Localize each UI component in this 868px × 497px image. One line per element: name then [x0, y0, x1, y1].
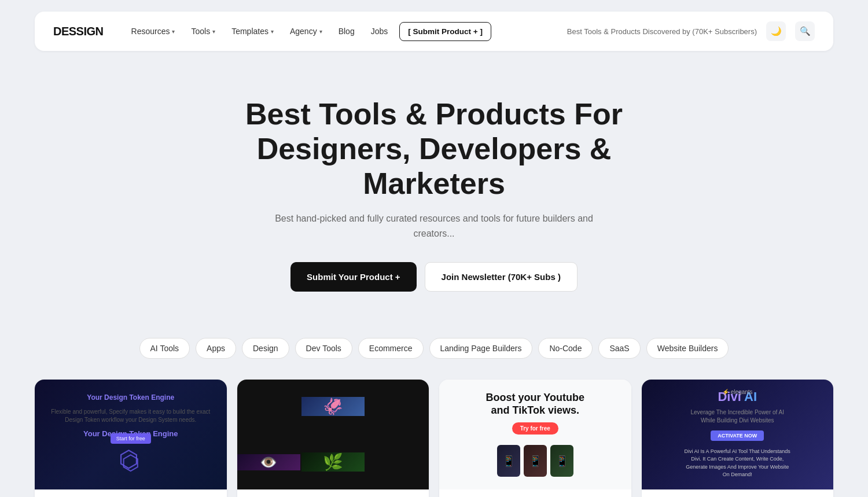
filter-saas[interactable]: SaaS — [598, 338, 640, 359]
card-divi[interactable]: ⚡ elegants Divi AI Leverage The Incredib… — [642, 380, 834, 497]
moon-icon: 🌙 — [771, 26, 782, 36]
nav-submit-product[interactable]: [ Submit Product + ] — [399, 22, 491, 41]
site-logo[interactable]: DESSIGN — [53, 25, 104, 38]
card-ideogram[interactable]: 🦑 👁️ 🌿 Ideogram AI Ideogram.ai is an AI … — [237, 380, 429, 497]
search-icon: 🔍 — [800, 26, 811, 36]
filter-ecommerce[interactable]: Ecommerce — [358, 338, 424, 359]
hero-section: Best Tools & Products For Designers, Dev… — [0, 62, 868, 338]
nav-templates[interactable]: Templates ▾ — [225, 22, 281, 41]
card-specify[interactable]: Your Design Token Engine Flexible and po… — [35, 380, 227, 497]
filter-dev-tools[interactable]: Dev Tools — [295, 338, 352, 359]
filter-tabs: AI Tools Apps Design Dev Tools Ecommerce… — [0, 338, 868, 380]
search-button[interactable]: 🔍 — [795, 21, 815, 41]
filter-landing-page-builders[interactable]: Landing Page Builders — [429, 338, 533, 359]
nav-resources[interactable]: Resources ▾ — [124, 22, 182, 41]
filter-ai-tools[interactable]: AI Tools — [139, 338, 190, 359]
dark-mode-button[interactable]: 🌙 — [766, 21, 786, 41]
submit-product-button[interactable]: Submit Your Product + — [290, 262, 417, 292]
filter-apps[interactable]: Apps — [196, 338, 236, 359]
hero-subtitle: Best hand-picked and fully curated resou… — [266, 211, 602, 241]
nav-tools[interactable]: Tools ▾ — [184, 22, 222, 41]
nav-tagline: Best Tools & Products Discovered by (70K… — [567, 27, 757, 36]
nav-right: Best Tools & Products Discovered by (70K… — [567, 21, 815, 41]
hero-title: Best Tools & Products For Designers, Dev… — [231, 97, 637, 201]
card-woxo[interactable]: Boost your Youtubeand TikTok views. Try … — [439, 380, 631, 497]
filter-website-builders[interactable]: Website Builders — [646, 338, 729, 359]
chevron-down-icon: ▾ — [271, 28, 274, 35]
chevron-down-icon: ▾ — [319, 28, 322, 35]
chevron-down-icon: ▾ — [172, 28, 175, 35]
nav-links: Resources ▾ Tools ▾ Templates ▾ Agency ▾… — [124, 22, 567, 41]
newsletter-button[interactable]: Join Newsletter (70K+ Subs ) — [425, 262, 578, 292]
nav-jobs[interactable]: Jobs — [364, 22, 395, 41]
nav-blog[interactable]: Blog — [332, 22, 362, 41]
cards-grid: Your Design Token Engine Flexible and po… — [0, 380, 868, 497]
nav-agency[interactable]: Agency ▾ — [283, 22, 329, 41]
navbar: DESSIGN Resources ▾ Tools ▾ Templates ▾ … — [35, 12, 833, 51]
filter-no-code[interactable]: No-Code — [538, 338, 593, 359]
filter-design[interactable]: Design — [242, 338, 289, 359]
chevron-down-icon: ▾ — [212, 28, 215, 35]
hero-buttons: Submit Your Product + Join Newsletter (7… — [12, 262, 856, 292]
